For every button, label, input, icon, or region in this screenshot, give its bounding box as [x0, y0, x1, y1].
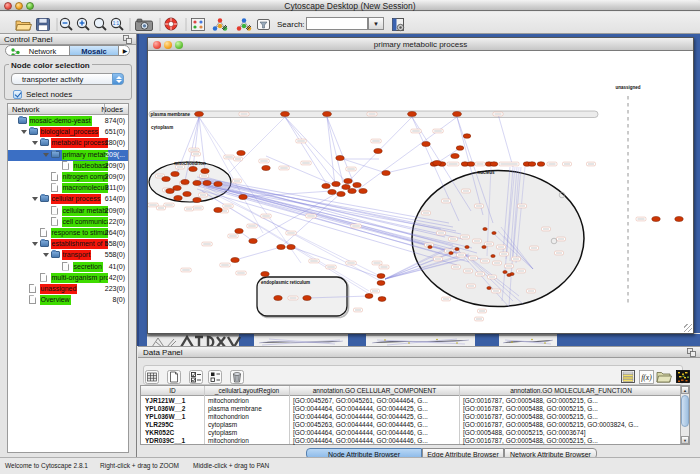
svg-text:nucleus: nucleus	[477, 170, 495, 175]
svg-text:mitochondrion: mitochondrion	[174, 161, 206, 166]
svg-text:unassigned: unassigned	[615, 85, 640, 90]
svg-text:f(x): f(x)	[641, 373, 652, 382]
svg-text:cytoplasm: cytoplasm	[151, 125, 173, 130]
svg-text:endoplasmic reticulum: endoplasmic reticulum	[261, 280, 310, 285]
svg-text:plasma membrane: plasma membrane	[151, 112, 191, 117]
svg-text:1:1: 1:1	[113, 21, 120, 26]
